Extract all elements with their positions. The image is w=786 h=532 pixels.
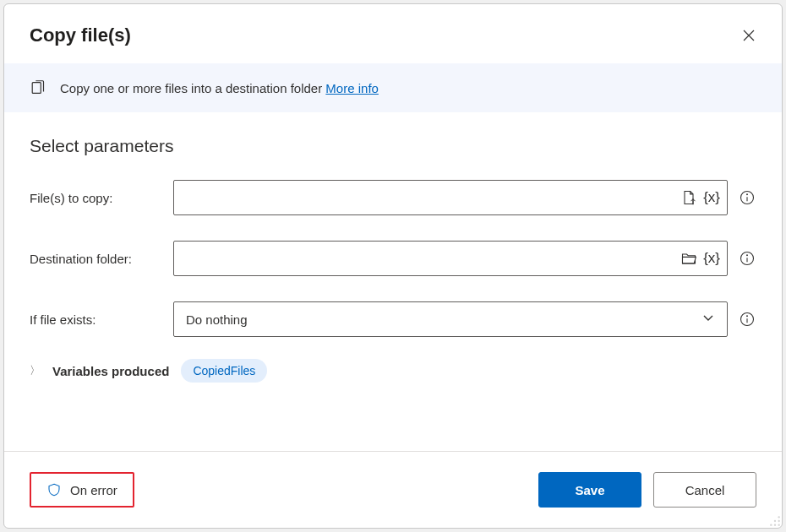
variable-chip-copiedfiles[interactable]: CopiedFiles [181,359,267,383]
svg-point-11 [774,520,776,522]
select-folder-button[interactable] [680,249,698,268]
on-error-button[interactable]: On error [30,472,134,508]
destination-folder-row: Destination folder: {x} [30,241,756,276]
files-to-copy-info[interactable] [738,188,756,207]
copy-files-dialog: Copy file(s) Copy one or more files into… [3,3,783,529]
section-title: Select parameters [30,136,756,156]
info-bar: Copy one or more files into a destinatio… [4,63,782,112]
files-to-copy-row: File(s) to copy: {x} [30,180,756,215]
svg-point-13 [770,524,772,526]
if-file-exists-label: If file exists: [30,312,163,327]
dialog-footer: On error Save Cancel [4,451,782,528]
if-file-exists-select[interactable]: Do nothing [173,301,728,337]
on-error-label: On error [70,483,117,497]
dialog-body: Select parameters File(s) to copy: {x} D… [4,112,782,451]
variables-produced-label[interactable]: Variables produced [52,364,169,378]
footer-actions: Save Cancel [538,472,756,508]
insert-variable-button[interactable]: {x} [703,189,720,206]
svg-point-14 [774,524,776,526]
variables-produced-row: 〉 Variables produced CopiedFiles [30,359,756,383]
destination-folder-input[interactable]: {x} [173,241,728,276]
file-picker-icon [680,189,697,206]
svg-point-10 [778,516,780,518]
if-file-exists-row: If file exists: Do nothing [30,301,756,337]
info-text: Copy one or more files into a destinatio… [60,81,379,95]
svg-point-12 [778,520,780,522]
insert-variable-button[interactable]: {x} [703,250,720,267]
save-button[interactable]: Save [538,472,641,508]
svg-rect-0 [32,83,41,94]
select-file-button[interactable] [680,188,698,207]
files-to-copy-input[interactable]: {x} [173,180,728,215]
variables-expand-toggle[interactable]: 〉 [30,363,41,378]
svg-point-9 [747,316,748,317]
svg-point-15 [778,524,780,526]
destination-folder-info[interactable] [738,249,756,268]
copy-file-icon [30,79,48,97]
files-to-copy-label: File(s) to copy: [30,191,163,205]
svg-point-6 [747,255,748,256]
shield-icon [46,482,62,497]
info-icon [739,250,756,267]
more-info-link[interactable]: More info [325,81,379,95]
close-icon [742,29,756,42]
close-button[interactable] [741,28,756,43]
cancel-button[interactable]: Cancel [653,472,756,508]
folder-picker-icon [680,250,697,267]
resize-grip-icon[interactable] [769,515,781,527]
dialog-title: Copy file(s) [30,24,131,46]
destination-folder-label: Destination folder: [30,252,163,266]
info-icon [739,189,756,206]
if-file-exists-value: Do nothing [186,312,248,327]
if-file-exists-info[interactable] [738,310,756,328]
chevron-down-icon [701,311,715,328]
dialog-header: Copy file(s) [4,4,782,63]
info-icon [739,311,756,328]
svg-point-3 [747,194,748,195]
